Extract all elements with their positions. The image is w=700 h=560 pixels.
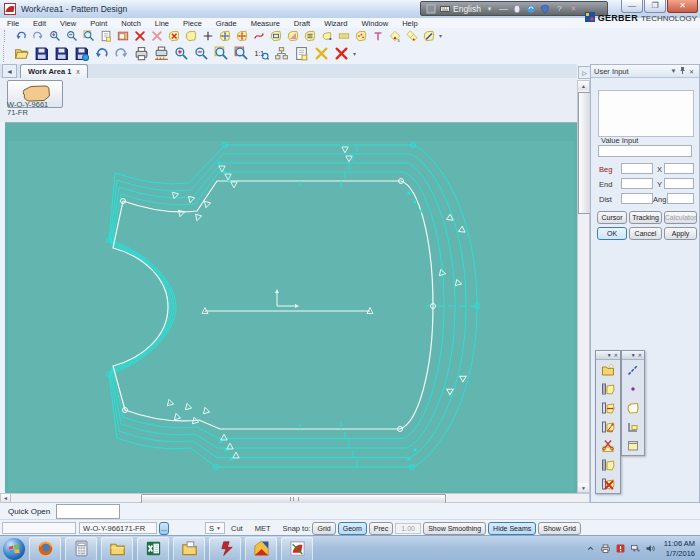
language-dropdown-icon[interactable]: ▼ <box>484 3 495 14</box>
grade-stack-icon[interactable] <box>403 28 420 43</box>
taskbar-excel[interactable] <box>137 537 169 560</box>
user-input-panel-header[interactable]: User Input ▼ ✕ <box>591 65 699 78</box>
zoom-window-main-icon[interactable] <box>211 44 231 64</box>
panel-pin-icon[interactable] <box>678 66 687 76</box>
tab-close-icon[interactable]: x <box>76 68 80 75</box>
snap-grid-button[interactable]: Grid <box>312 522 335 535</box>
vertical-scrollbar[interactable]: ▲ ▼ <box>577 80 590 493</box>
delete-alt-icon[interactable] <box>148 28 165 43</box>
size-selector[interactable]: S ▼ <box>205 522 225 534</box>
ok-button[interactable]: OK <box>597 227 627 240</box>
cancel-button[interactable]: Cancel <box>629 227 662 240</box>
panel-close-icon[interactable]: ✕ <box>687 68 696 75</box>
dist-field[interactable] <box>621 193 653 204</box>
layout-window-icon[interactable] <box>114 28 131 43</box>
grade-point-icon[interactable]: 3 <box>386 28 403 43</box>
menu-measure[interactable]: Measure <box>244 19 287 28</box>
ang-field[interactable] <box>667 193 694 204</box>
clear-all-icon[interactable] <box>331 44 351 64</box>
menu-draft[interactable]: Draft <box>287 19 317 28</box>
zoom-full-icon[interactable] <box>231 44 251 64</box>
print-setup-icon[interactable] <box>151 44 171 64</box>
tray-printer[interactable] <box>600 543 612 555</box>
zoom-window-icon[interactable] <box>80 28 97 43</box>
save-as-icon[interactable] <box>51 44 71 64</box>
snap-prec-button[interactable]: Prec <box>369 522 393 535</box>
clear-selection-icon[interactable] <box>311 44 331 64</box>
toolbar-menu-icon[interactable]: ▼ <box>631 352 636 358</box>
rect-piece-icon[interactable] <box>267 28 284 43</box>
redo-main-icon[interactable] <box>111 44 131 64</box>
menu-file[interactable]: File <box>0 19 26 28</box>
value-input-field[interactable] <box>598 145 692 157</box>
delete-measure-icon[interactable] <box>596 474 620 493</box>
taskbar-firefox[interactable] <box>29 537 61 560</box>
menu-grade[interactable]: Grade <box>209 19 244 28</box>
tsquare-icon[interactable] <box>369 28 386 43</box>
export-icon[interactable] <box>71 44 91 64</box>
taskbar-clock[interactable]: 11:06 AM 1/7/2016 <box>664 539 695 559</box>
toolbar-menu-icon[interactable]: ▼ <box>607 352 612 358</box>
menu-view[interactable]: View <box>53 19 83 28</box>
show-smoothing-button[interactable]: Show Smoothing <box>423 522 486 535</box>
open-file-icon[interactable] <box>11 44 31 64</box>
create-toolbar-header[interactable]: ▼✕ <box>622 351 644 360</box>
add-point-icon[interactable] <box>199 28 216 43</box>
cursor-button[interactable]: Cursor <box>597 211 627 224</box>
menu-help[interactable]: Help <box>395 19 424 28</box>
delete-piece-icon[interactable] <box>165 28 182 43</box>
taskbar-marker-making[interactable] <box>281 537 313 560</box>
zoom-out-icon[interactable] <box>63 28 80 43</box>
copy-piece-icon[interactable] <box>182 28 199 43</box>
end-field[interactable] <box>621 178 653 189</box>
zoom-in-icon[interactable] <box>46 28 63 43</box>
menu-notch[interactable]: Notch <box>114 19 148 28</box>
menu-edit[interactable]: Edit <box>26 19 53 28</box>
perforate-piece-icon[interactable] <box>352 28 369 43</box>
language-minimize-icon[interactable]: — <box>498 3 509 14</box>
menu-line[interactable]: Line <box>148 19 176 28</box>
hide-seams-button[interactable]: Hide Seams <box>488 522 536 535</box>
taskbar-accumark-utilities[interactable] <box>209 537 241 560</box>
tray-hidden-icons[interactable] <box>585 543 597 555</box>
pen-settings-icon[interactable] <box>512 3 523 14</box>
measure-piece-icon[interactable] <box>596 379 620 398</box>
delete-icon[interactable] <box>131 28 148 43</box>
menu-piece[interactable]: Piece <box>176 19 209 28</box>
taskbar-pattern-design[interactable] <box>245 537 277 560</box>
measure-distance-icon[interactable] <box>596 398 620 417</box>
panel-menu-icon[interactable]: ▼ <box>669 68 678 74</box>
scroll-left-icon[interactable]: ◄ <box>1 494 11 502</box>
scroll-up-icon[interactable]: ▲ <box>578 81 589 90</box>
toolbar-close-icon[interactable]: ✕ <box>638 352 642 358</box>
tab-scroll-left-icon[interactable]: ◄ <box>2 64 17 78</box>
create-point-icon[interactable] <box>622 379 644 398</box>
menu-point[interactable]: Point <box>83 19 114 28</box>
undo-main-icon[interactable] <box>91 44 111 64</box>
trace-piece-icon[interactable] <box>596 436 620 455</box>
language-close-icon[interactable]: ✕ <box>568 3 579 14</box>
piece-hierarchy-icon[interactable] <box>271 44 291 64</box>
redo-icon[interactable] <box>29 28 46 43</box>
language-bar[interactable]: English ▼ — ? ✕ <box>420 1 608 16</box>
create-piece-icon[interactable] <box>622 398 644 417</box>
tray-volume[interactable] <box>645 543 657 555</box>
measure-toolbar-header[interactable]: ▼✕ <box>596 351 620 360</box>
smooth-curve-icon[interactable] <box>250 28 267 43</box>
beg-field[interactable] <box>621 163 653 174</box>
x-field[interactable] <box>664 163 694 174</box>
properties-icon[interactable] <box>97 28 114 43</box>
move-piece-icon[interactable] <box>216 28 233 43</box>
measure-angle-icon[interactable] <box>596 417 620 436</box>
help-icon[interactable]: ? <box>554 3 565 14</box>
toolbar-grip[interactable] <box>3 45 8 62</box>
size-selector-dropdown-icon[interactable]: ▼ <box>216 525 221 531</box>
menu-window[interactable]: Window <box>354 19 395 28</box>
notes-icon[interactable] <box>291 44 311 64</box>
browse-piece-button[interactable]: ... <box>159 522 169 535</box>
sync-icon[interactable] <box>526 3 537 14</box>
shield-icon[interactable] <box>540 3 551 14</box>
undo-icon[interactable] <box>12 28 29 43</box>
taskbar-calculator[interactable] <box>65 537 97 560</box>
apply-button[interactable]: Apply <box>664 227 697 240</box>
